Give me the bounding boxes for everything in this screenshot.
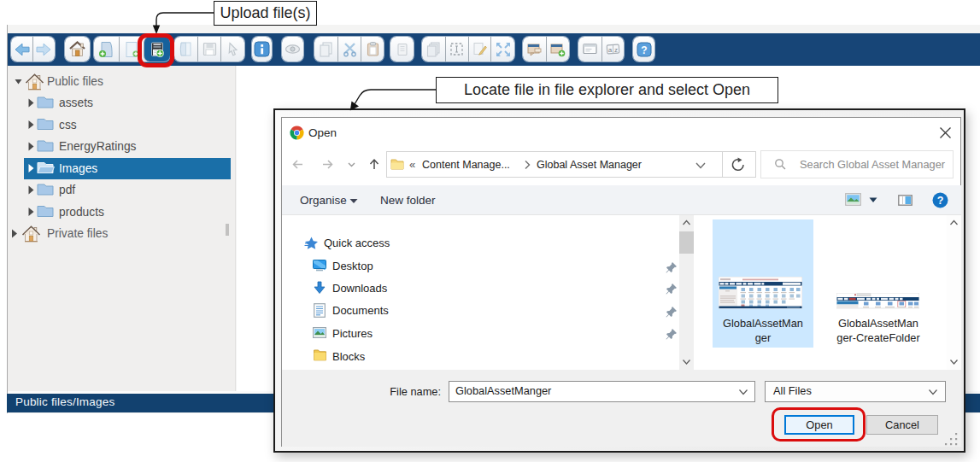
svg-text:?: ? — [937, 195, 944, 207]
svg-text:z: z — [614, 46, 618, 54]
svg-text:a: a — [608, 46, 613, 54]
svg-text:?: ? — [641, 44, 647, 56]
